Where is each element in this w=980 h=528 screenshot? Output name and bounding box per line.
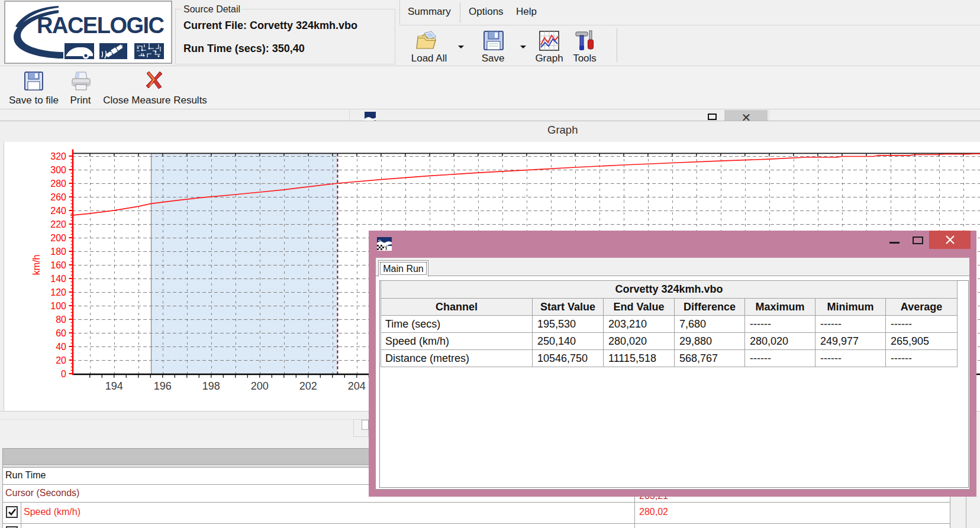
svg-text:60: 60 <box>56 328 66 338</box>
svg-text:40: 40 <box>56 342 66 352</box>
svg-text:280: 280 <box>50 179 66 189</box>
svg-text:80: 80 <box>56 315 66 325</box>
svg-text:240: 240 <box>50 206 66 216</box>
svg-text:194: 194 <box>105 380 123 392</box>
svg-text:0: 0 <box>61 369 66 379</box>
svg-text:220: 220 <box>50 219 66 229</box>
svg-text:200: 200 <box>251 380 269 392</box>
svg-text:320: 320 <box>50 151 66 161</box>
svg-text:200: 200 <box>50 233 66 243</box>
svg-text:260: 260 <box>50 192 66 202</box>
svg-text:160: 160 <box>50 260 66 270</box>
svg-text:196: 196 <box>154 380 172 392</box>
svg-text:100: 100 <box>50 301 66 311</box>
svg-text:204: 204 <box>348 380 366 392</box>
svg-text:300: 300 <box>50 165 66 175</box>
svg-text:202: 202 <box>299 380 317 392</box>
svg-text:120: 120 <box>50 287 66 297</box>
svg-text:RACELOGIC: RACELOGIC <box>37 13 165 38</box>
svg-text:km/h: km/h <box>31 255 41 276</box>
svg-text:180: 180 <box>50 247 66 257</box>
svg-text:198: 198 <box>202 380 220 392</box>
svg-text:140: 140 <box>50 274 66 284</box>
svg-text:20: 20 <box>56 355 66 365</box>
